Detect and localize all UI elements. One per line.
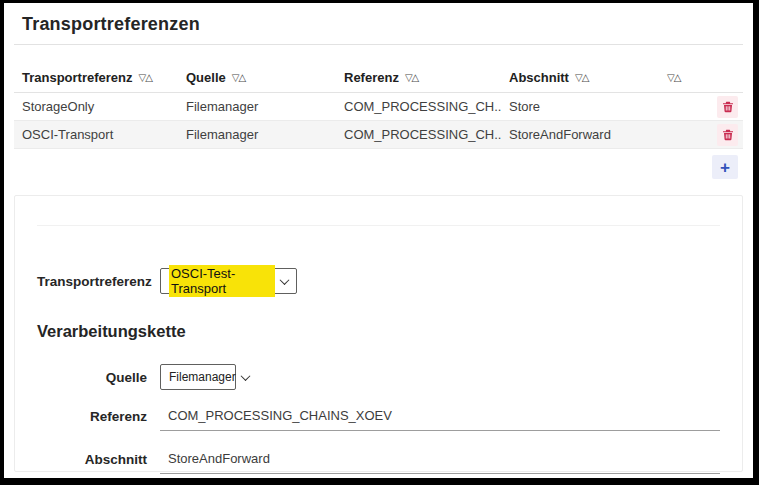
- page-content: Transportreferenzen Transportreferenz ▽△…: [4, 3, 753, 478]
- column-header-abschnitt[interactable]: Abschnitt ▽△: [501, 70, 653, 85]
- plus-icon: +: [720, 159, 730, 176]
- column-header-referenz[interactable]: Referenz ▽△: [336, 70, 501, 85]
- column-header-label: Abschnitt: [509, 70, 569, 85]
- column-header-transportreferenz[interactable]: Transportreferenz ▽△: [14, 70, 178, 85]
- referenz-input[interactable]: [160, 405, 720, 431]
- detail-form-card: Transportreferenz OSCI-Test-Transport Ve…: [14, 195, 743, 472]
- cell-actions: [709, 96, 743, 118]
- delete-row-button[interactable]: [717, 96, 738, 118]
- table-row: StorageOnly Filemanager COM_PROCESSING_C…: [14, 93, 743, 121]
- referenz-label: Referenz: [37, 409, 147, 424]
- chevron-down-icon: [280, 275, 290, 285]
- chevron-down-icon: [240, 371, 250, 381]
- column-header-label: Transportreferenz: [22, 70, 133, 85]
- page-title: Transportreferenzen: [22, 11, 743, 37]
- cell-transportreferenz: StorageOnly: [14, 99, 178, 114]
- quelle-label: Quelle: [37, 370, 147, 385]
- quelle-select[interactable]: Filemanager: [160, 364, 236, 390]
- transportreferenz-selected-value: OSCI-Test-Transport: [169, 265, 275, 297]
- cell-quelle: Filemanager: [178, 127, 336, 142]
- quelle-selected-value: Filemanager: [169, 370, 236, 384]
- referenz-field-row: Referenz: [37, 405, 720, 431]
- cell-transportreferenz: OSCI-Transport: [14, 127, 178, 142]
- transportreferenz-label: Transportreferenz: [37, 274, 147, 289]
- delete-row-button[interactable]: [717, 124, 738, 146]
- sort-icon: ▽△: [405, 72, 418, 83]
- cell-referenz: COM_PROCESSING_CH...: [336, 127, 501, 142]
- sort-icon: ▽△: [575, 72, 588, 83]
- sort-icon: ▽△: [232, 72, 245, 83]
- add-row: +: [14, 149, 743, 183]
- sort-icon: ▽△: [139, 72, 152, 83]
- column-header-label: Referenz: [344, 70, 399, 85]
- quelle-field-row: Quelle Filemanager: [37, 364, 720, 390]
- section-heading: Verarbeitungskette: [37, 320, 720, 342]
- cell-quelle: Filemanager: [178, 99, 336, 114]
- table-row: OSCI-Transport Filemanager COM_PROCESSIN…: [14, 121, 743, 149]
- app-window: Transportreferenzen Transportreferenz ▽△…: [0, 0, 759, 485]
- abschnitt-field-row: Abschnitt: [37, 448, 720, 474]
- cell-actions: [709, 124, 743, 146]
- trash-icon: [722, 129, 734, 141]
- column-header-actions[interactable]: ▽△: [653, 72, 709, 83]
- cell-abschnitt: StoreAndForward: [501, 127, 653, 142]
- column-header-quelle[interactable]: Quelle ▽△: [178, 70, 336, 85]
- title-divider: [14, 44, 743, 45]
- column-header-label: Quelle: [186, 70, 226, 85]
- cell-abschnitt: Store: [501, 99, 653, 114]
- card-divider: [37, 225, 720, 226]
- transport-references-table: Transportreferenz ▽△ Quelle ▽△ Referenz …: [14, 63, 743, 183]
- abschnitt-label: Abschnitt: [37, 452, 147, 467]
- table-header-row: Transportreferenz ▽△ Quelle ▽△ Referenz …: [14, 63, 743, 93]
- transportreferenz-select[interactable]: OSCI-Test-Transport: [160, 268, 297, 294]
- abschnitt-input[interactable]: [160, 448, 720, 474]
- transportreferenz-field-row: Transportreferenz OSCI-Test-Transport: [37, 268, 720, 294]
- cell-referenz: COM_PROCESSING_CH...: [336, 99, 501, 114]
- trash-icon: [722, 101, 734, 113]
- add-reference-button[interactable]: +: [712, 155, 738, 179]
- sort-icon: ▽△: [667, 72, 680, 83]
